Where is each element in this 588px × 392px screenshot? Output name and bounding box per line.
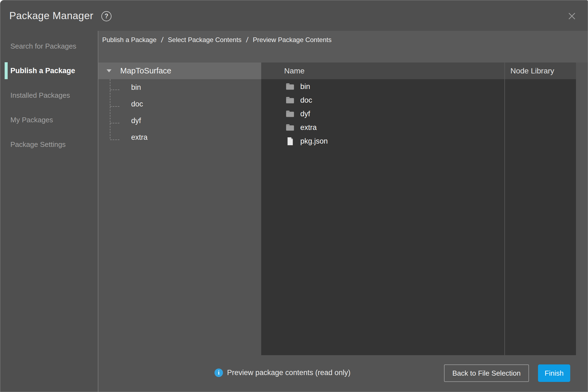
- active-accent-bar: [5, 62, 8, 79]
- sidebar-item-label: Package Settings: [10, 140, 66, 149]
- package-manager-window: Package Manager ? Search for Packages Pu…: [0, 0, 588, 392]
- table-row[interactable]: extra: [261, 121, 576, 134]
- breadcrumb-separator: /: [246, 34, 249, 45]
- sidebar-item-package-settings[interactable]: Package Settings: [0, 132, 98, 157]
- close-icon[interactable]: [568, 12, 576, 20]
- sidebar-item-label: Search for Packages: [10, 42, 76, 51]
- contents-table: Name Node Library bin: [261, 63, 576, 355]
- table-body: bin doc: [261, 79, 576, 355]
- breadcrumb-bar: Publish a Package / Select Package Conte…: [98, 31, 588, 63]
- tree-item-label: extra: [131, 133, 148, 142]
- sidebar-item-my-packages[interactable]: My Packages: [0, 108, 98, 132]
- finish-button[interactable]: Finish: [538, 364, 570, 382]
- breadcrumb: Publish a Package / Select Package Conte…: [102, 34, 331, 45]
- sidebar-item-publish-a-package[interactable]: Publish a Package: [0, 58, 98, 83]
- tree-children: bin doc dyf extra: [98, 79, 261, 146]
- tree-root-label: MapToSurface: [120, 66, 171, 75]
- info-icon: i: [214, 369, 223, 377]
- sidebar-item-label: My Packages: [10, 116, 53, 124]
- file-name: doc: [300, 96, 312, 105]
- tree-guide-stub: [110, 123, 119, 123]
- file-icon: [286, 137, 294, 145]
- folder-icon: [286, 111, 294, 117]
- tree-root-row[interactable]: MapToSurface: [98, 63, 261, 79]
- sidebar: Search for Packages Publish a Package In…: [0, 34, 98, 157]
- file-name: pkg.json: [300, 137, 328, 145]
- table-row[interactable]: bin: [261, 80, 576, 93]
- tree-guide-stub: [110, 106, 119, 107]
- file-name: bin: [300, 82, 310, 91]
- content-panel: Publish a Package / Select Package Conte…: [98, 31, 588, 392]
- window-title: Package Manager: [9, 10, 93, 22]
- sidebar-item-search-for-packages[interactable]: Search for Packages: [0, 34, 98, 58]
- footer-note-text: Preview package contents (read only): [227, 369, 351, 377]
- table-row[interactable]: doc: [261, 93, 576, 107]
- tree-item-dyf[interactable]: dyf: [98, 112, 261, 129]
- file-name: dyf: [300, 110, 310, 118]
- tree-item-label: bin: [131, 83, 141, 92]
- sidebar-item-label: Installed Packages: [10, 91, 70, 100]
- sidebar-item-installed-packages[interactable]: Installed Packages: [0, 83, 98, 108]
- tree-guide-stub: [110, 90, 119, 90]
- table-row[interactable]: dyf: [261, 107, 576, 121]
- tree-item-extra[interactable]: extra: [98, 129, 261, 146]
- sidebar-item-label: Publish a Package: [10, 67, 75, 75]
- tree-guide-stub: [110, 139, 119, 140]
- folder-icon: [286, 124, 294, 131]
- column-header-node-library: Node Library: [510, 67, 554, 75]
- table-row[interactable]: pkg.json: [261, 134, 576, 148]
- chevron-down-icon[interactable]: [107, 69, 111, 72]
- column-divider: [504, 63, 505, 355]
- breadcrumb-separator: /: [161, 34, 164, 45]
- tree-item-label: doc: [131, 100, 143, 108]
- help-icon[interactable]: ?: [101, 11, 111, 21]
- folder-icon: [286, 83, 294, 90]
- breadcrumb-preview-package-contents[interactable]: Preview Package Contents: [253, 34, 331, 45]
- tree-item-doc[interactable]: doc: [98, 96, 261, 112]
- tree-item-label: dyf: [131, 117, 141, 125]
- breadcrumb-publish-a-package[interactable]: Publish a Package: [102, 34, 157, 45]
- column-header-name: Name: [261, 67, 305, 75]
- tree-item-bin[interactable]: bin: [98, 79, 261, 96]
- footer-note: i Preview package contents (read only): [214, 369, 351, 377]
- breadcrumb-select-package-contents[interactable]: Select Package Contents: [168, 34, 242, 45]
- folder-icon: [286, 97, 294, 103]
- table-header: Name Node Library: [261, 63, 576, 79]
- file-name: extra: [300, 123, 317, 132]
- back-to-file-selection-button[interactable]: Back to File Selection: [444, 364, 529, 382]
